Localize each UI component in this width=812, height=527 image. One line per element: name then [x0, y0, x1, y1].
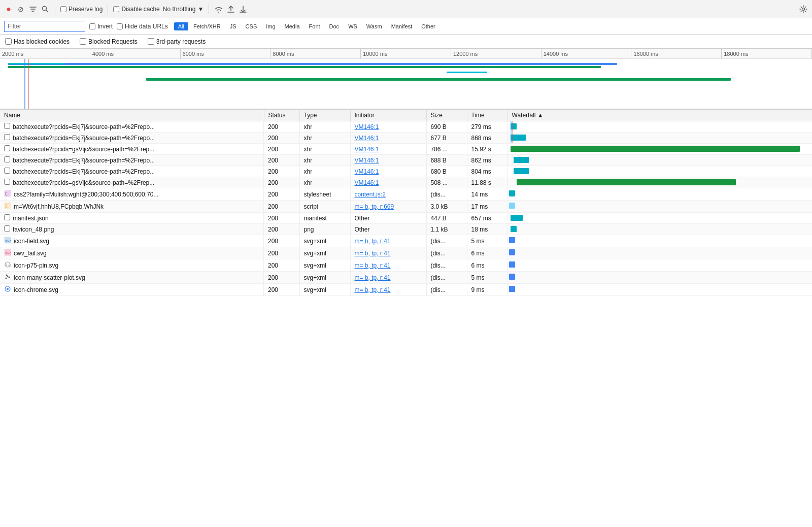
type-btn-font[interactable]: Font: [305, 22, 324, 30]
row-type-icon[interactable]: [4, 214, 10, 222]
row-initiator[interactable]: m= b, tp, r:41: [350, 284, 426, 296]
settings-gear-icon[interactable]: [799, 5, 808, 14]
network-table-wrapper[interactable]: NameStatusTypeInitiatorSizeTimeWaterfall…: [0, 110, 812, 527]
row-initiator[interactable]: m= b, tp, r:41: [350, 259, 426, 272]
timeline-chart[interactable]: [0, 59, 812, 110]
blocked-requests-checkbox[interactable]: Blocked Requests: [80, 38, 138, 45]
hide-data-urls-checkbox[interactable]: Hide data URLs: [117, 23, 168, 30]
type-btn-manifest[interactable]: Manifest: [387, 22, 417, 30]
row-name: manifest.json: [13, 215, 49, 222]
initiator-link[interactable]: VM146:1: [355, 179, 379, 186]
row-waterfall: [507, 188, 812, 201]
table-row[interactable]: batchexecute?rpcids=Ekj7j&source-path=%2…: [0, 166, 812, 177]
table-row[interactable]: batchexecute?rpcids=Ekj7j&source-path=%2…: [0, 133, 812, 144]
row-initiator[interactable]: m= b, tp, r:41: [350, 235, 426, 247]
third-party-checkbox[interactable]: 3rd-party requests: [148, 38, 206, 45]
col-header-initiator[interactable]: Initiator: [350, 110, 426, 121]
initiator-link[interactable]: m= b, tp, r:41: [355, 250, 391, 257]
table-row[interactable]: favicon_48.png200pngOther1.1 kB18 ms: [0, 224, 812, 235]
type-btn-img[interactable]: Img: [262, 22, 279, 30]
disable-cache-checkbox[interactable]: Disable cache: [113, 6, 159, 13]
col-header-waterfall[interactable]: Waterfall ▲: [507, 110, 812, 121]
initiator-link[interactable]: m= b, tp, r:41: [355, 262, 391, 269]
timeline-tick: 18000 ms: [722, 49, 812, 58]
initiator-link[interactable]: m= b, tp, r:41: [355, 238, 391, 245]
table-row[interactable]: icon-many-scatter-plot.svg200svg+xmlm= b…: [0, 272, 812, 284]
search-icon[interactable]: [41, 5, 50, 14]
upload-icon[interactable]: [226, 5, 235, 14]
row-type-icon[interactable]: [4, 225, 10, 233]
row-time: 6 ms: [467, 259, 507, 272]
row-initiator[interactable]: VM146:1: [350, 155, 426, 166]
col-header-type[interactable]: Type: [299, 110, 350, 121]
preserve-log-checkbox[interactable]: Preserve log: [60, 6, 103, 13]
type-btn-all[interactable]: All: [174, 22, 188, 30]
col-header-time[interactable]: Time: [467, 110, 507, 121]
row-type-icon[interactable]: [4, 179, 10, 186]
record-button[interactable]: ●: [4, 5, 13, 14]
row-type-icon[interactable]: [4, 123, 10, 130]
initiator-link[interactable]: VM146:1: [355, 135, 379, 142]
row-type: png: [299, 224, 350, 235]
type-btn-wasm[interactable]: Wasm: [362, 22, 386, 30]
timeline-container: 2000 ms4000 ms6000 ms8000 ms10000 ms1200…: [0, 49, 812, 110]
row-initiator[interactable]: content.js:2: [350, 188, 426, 201]
initiator-link[interactable]: VM146:1: [355, 168, 379, 175]
row-initiator[interactable]: VM146:1: [350, 121, 426, 133]
filter-input[interactable]: [4, 21, 85, 32]
initiator-link[interactable]: VM146:1: [355, 157, 379, 164]
col-header-status[interactable]: Status: [264, 110, 299, 121]
row-name-cell: favicon_48.png: [0, 224, 264, 235]
row-type-icon[interactable]: [4, 168, 10, 175]
waterfall-blue-marker: [511, 121, 512, 132]
initiator-link[interactable]: VM146:1: [355, 146, 379, 153]
row-initiator[interactable]: m= b, tp, r:41: [350, 272, 426, 284]
col-header-name[interactable]: Name: [0, 110, 264, 121]
row-initiator[interactable]: VM146:1: [350, 144, 426, 155]
row-time: 11.88 s: [467, 177, 507, 188]
type-btn-fetch/xhr[interactable]: Fetch/XHR: [189, 22, 225, 30]
table-row[interactable]: batchexecute?rpcids=Ekj7j&source-path=%2…: [0, 155, 812, 166]
svg-text:svg: svg: [5, 251, 11, 255]
type-btn-ws[interactable]: WS: [344, 22, 361, 30]
filter-icon[interactable]: [28, 5, 38, 14]
network-table: NameStatusTypeInitiatorSizeTimeWaterfall…: [0, 110, 812, 296]
table-row[interactable]: svgicon-p75-pin.svg200svg+xmlm= b, tp, r…: [0, 259, 812, 272]
table-row[interactable]: batchexecute?rpcids=gsVijc&source-path=%…: [0, 177, 812, 188]
wifi-icon[interactable]: [214, 5, 223, 14]
initiator-link[interactable]: m= b, tp, r:669: [355, 203, 394, 210]
invert-checkbox[interactable]: Invert: [89, 23, 113, 30]
type-btn-doc[interactable]: Doc: [325, 22, 344, 30]
row-name-cell: icon-many-scatter-plot.svg: [0, 272, 264, 283]
throttling-select[interactable]: No throttling ▼: [163, 6, 204, 13]
download-icon[interactable]: [239, 5, 248, 14]
row-initiator[interactable]: VM146:1: [350, 166, 426, 177]
row-initiator[interactable]: VM146:1: [350, 177, 426, 188]
table-row[interactable]: icon-chrome.svg200svg+xmlm= b, tp, r:41(…: [0, 284, 812, 296]
table-row[interactable]: svgcwv_fail.svg200svg+xmlm= b, tp, r:41(…: [0, 247, 812, 259]
initiator-link[interactable]: m= b, tp, r:41: [355, 286, 391, 293]
has-blocked-cookies-checkbox[interactable]: Has blocked cookies: [5, 38, 70, 45]
type-btn-other[interactable]: Other: [417, 22, 439, 30]
col-header-size[interactable]: Size: [426, 110, 467, 121]
row-type-icon[interactable]: [4, 156, 10, 164]
table-row[interactable]: batchexecute?rpcids=gsVijc&source-path=%…: [0, 144, 812, 155]
row-initiator[interactable]: VM146:1: [350, 133, 426, 144]
initiator-link[interactable]: content.js:2: [355, 191, 386, 198]
table-row[interactable]: svgicon-field.svg200svg+xmlm= b, tp, r:4…: [0, 235, 812, 247]
clear-button[interactable]: ⊘: [16, 5, 25, 14]
table-row[interactable]: batchexecute?rpcids=Ekj7j&source-path=%2…: [0, 121, 812, 133]
row-type-icon[interactable]: [4, 134, 10, 142]
table-row[interactable]: Ccss2?family=Mulish:wght@200;300;400;500…: [0, 188, 812, 201]
row-type-icon[interactable]: [4, 145, 10, 153]
type-btn-css[interactable]: CSS: [242, 22, 261, 30]
initiator-link[interactable]: m= b, tp, r:41: [355, 274, 391, 281]
row-initiator[interactable]: m= b, tp, r:41: [350, 247, 426, 259]
row-initiator[interactable]: m= b, tp, r:669: [350, 201, 426, 213]
type-btn-js[interactable]: JS: [226, 22, 241, 30]
initiator-link[interactable]: VM146:1: [355, 123, 379, 130]
table-row[interactable]: manifest.json200manifestOther447 B657 ms: [0, 213, 812, 224]
type-btn-media[interactable]: Media: [281, 22, 304, 30]
row-waterfall: [507, 259, 812, 272]
table-row[interactable]: Sm=Wt6vjf,hhhU8,FCpbqb,WhJNk200scriptm= …: [0, 201, 812, 213]
